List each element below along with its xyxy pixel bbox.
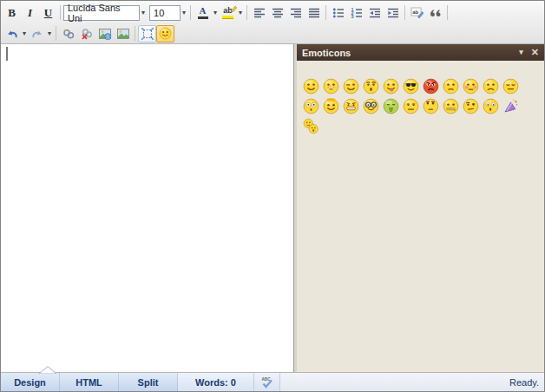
toolbar-separator: [60, 5, 61, 20]
status-text: Ready.: [509, 377, 539, 388]
increase-indent-button[interactable]: [384, 4, 402, 22]
align-justify-button[interactable]: [305, 4, 323, 22]
emoticon-zipped-lips[interactable]: [441, 96, 461, 116]
underline-button[interactable]: U: [39, 4, 57, 22]
app-window: B I U Lucida Sans Uni ▾ 10 ▾ A ▾: [0, 0, 545, 392]
toolbar-separator: [325, 5, 326, 20]
emoticon-nerd[interactable]: [361, 96, 381, 116]
emoticon-sick[interactable]: [381, 96, 401, 116]
bold-label: B: [8, 7, 16, 18]
font-color-dropdown-arrow-icon[interactable]: ▾: [212, 4, 219, 22]
remove-link-button[interactable]: [77, 25, 95, 42]
text-cursor: [6, 47, 8, 61]
font-family-value: Lucida Sans Uni: [68, 3, 135, 23]
remove-link-icon: [80, 27, 94, 41]
align-left-button[interactable]: [250, 4, 268, 22]
font-size-value: 10: [154, 8, 164, 18]
font-size-dropdown-arrow-icon[interactable]: ▾: [181, 4, 187, 22]
decrease-indent-icon: [368, 6, 382, 20]
font-family-select[interactable]: Lucida Sans Uni: [63, 5, 140, 21]
panel-title: Emoticons: [302, 48, 351, 58]
numbered-list-icon: 123: [350, 6, 364, 20]
emoticon-wink[interactable]: [341, 76, 361, 96]
emoticon-smile[interactable]: [301, 76, 321, 96]
emoticon-whisper[interactable]: [301, 116, 321, 136]
toolbar-separator: [135, 26, 135, 41]
bold-button[interactable]: B: [3, 4, 21, 22]
highlight-icon: ab: [222, 7, 233, 19]
redo-button[interactable]: [28, 25, 46, 42]
redo-icon: [30, 27, 44, 41]
decrease-indent-button[interactable]: [365, 4, 384, 22]
align-center-icon: [271, 6, 285, 20]
insert-web-image-button[interactable]: [95, 25, 114, 42]
panel-close-icon[interactable]: ✕: [531, 48, 539, 57]
emoticon-grin-teeth[interactable]: [341, 96, 361, 116]
emoticon-thinking[interactable]: [421, 96, 441, 116]
toolbar: B I U Lucida Sans Uni ▾ 10 ▾ A ▾: [1, 1, 544, 44]
emoticon-confused[interactable]: [481, 96, 501, 116]
toolbar-separator: [246, 5, 247, 20]
spellcheck-status-button[interactable]: ABC: [254, 373, 280, 391]
font-color-button[interactable]: A: [194, 4, 212, 22]
undo-button[interactable]: [3, 25, 21, 42]
emoticon-tongue-out[interactable]: [381, 76, 401, 96]
emoticon-annoyed[interactable]: [501, 76, 521, 96]
increase-indent-icon: [386, 6, 400, 20]
emoticon-sad[interactable]: [481, 76, 501, 96]
spellcheck-status-icon: ABC: [260, 376, 274, 389]
align-center-button[interactable]: [268, 4, 286, 22]
tab-split[interactable]: Split: [119, 373, 178, 391]
font-size-select[interactable]: 10: [149, 5, 181, 21]
emoticon-bored[interactable]: [401, 96, 421, 116]
selection-box-icon: [141, 27, 154, 41]
smiley-icon: [159, 27, 172, 40]
image-icon: [116, 27, 130, 41]
align-justify-icon: [307, 6, 321, 20]
blockquote-button[interactable]: [426, 4, 444, 22]
font-family-dropdown-arrow-icon[interactable]: ▾: [140, 4, 147, 22]
align-right-button[interactable]: [286, 4, 305, 22]
formatting-toolbar-row: B I U Lucida Sans Uni ▾ 10 ▾ A ▾: [3, 2, 542, 23]
bullet-list-button[interactable]: [329, 4, 347, 22]
emoticon-surprised[interactable]: [361, 76, 381, 96]
status-bar: Design HTML Split Words: 0 ABC Ready.: [1, 372, 544, 391]
italic-button[interactable]: I: [21, 4, 39, 22]
tab-design[interactable]: Design: [1, 373, 60, 391]
emoticon-laugh[interactable]: [321, 76, 341, 96]
blockquote-icon: [429, 6, 443, 20]
numbered-list-button[interactable]: 123: [347, 4, 365, 22]
emoticon-worried[interactable]: [441, 76, 461, 96]
emoticon-embarrassed[interactable]: [461, 76, 481, 96]
align-right-icon: [289, 6, 303, 20]
emoticon-angel[interactable]: [321, 96, 341, 116]
svg-text:3: 3: [351, 14, 353, 19]
emoticon-dazed[interactable]: [301, 96, 321, 116]
emoticon-button[interactable]: [156, 25, 174, 42]
svg-text:ab: ab: [412, 9, 418, 14]
emoticon-skeptical[interactable]: [461, 96, 481, 116]
emoticon-cool[interactable]: [401, 76, 421, 96]
tab-html[interactable]: HTML: [60, 373, 119, 391]
insert-image-button[interactable]: [114, 25, 132, 42]
emoticon-angry[interactable]: [421, 76, 441, 96]
status-message-area: Ready.: [280, 373, 544, 391]
highlight-dropdown-arrow-icon[interactable]: ▾: [237, 4, 244, 22]
editor-canvas[interactable]: [1, 44, 294, 372]
toolbar-separator: [404, 5, 405, 20]
undo-dropdown-arrow-icon[interactable]: ▾: [21, 25, 28, 42]
select-all-button[interactable]: [138, 25, 156, 42]
emoticon-party[interactable]: [501, 96, 521, 116]
toolbar-separator: [447, 5, 448, 20]
insert-link-button[interactable]: [59, 25, 77, 42]
toolbar-separator: [190, 5, 191, 20]
align-left-icon: [253, 6, 266, 20]
panel-menu-arrow-icon[interactable]: ▾: [519, 49, 523, 56]
redo-dropdown-arrow-icon[interactable]: ▾: [46, 25, 53, 42]
active-tab-notch: [39, 366, 56, 374]
spellcheck-button[interactable]: ab: [408, 4, 426, 22]
bullet-list-icon: [332, 6, 345, 20]
highlight-color-button[interactable]: ab: [219, 4, 237, 22]
web-image-icon: [98, 27, 112, 41]
emoticon-grid: [297, 61, 523, 136]
